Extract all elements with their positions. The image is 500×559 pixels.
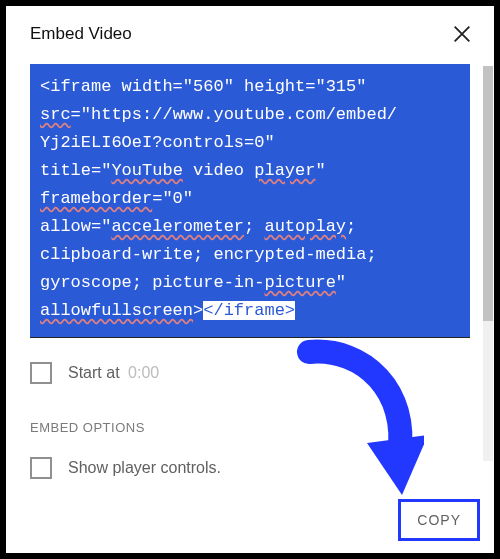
modal-title: Embed Video: [30, 24, 132, 44]
show-controls-checkbox[interactable]: [30, 457, 52, 479]
embed-options-title: EMBED OPTIONS: [30, 394, 470, 441]
embed-code-textarea[interactable]: <iframe width="560" height="315" src="ht…: [30, 64, 470, 338]
show-controls-row: Show player controls.: [30, 441, 470, 489]
start-at-checkbox[interactable]: [30, 362, 52, 384]
close-button[interactable]: [450, 22, 474, 46]
copy-button[interactable]: COPY: [398, 499, 480, 541]
scrollbar-thumb[interactable]: [483, 66, 493, 321]
start-at-label: Start at 0:00: [68, 364, 159, 382]
embed-video-modal: Embed Video <iframe width="560" height="…: [6, 6, 494, 553]
show-controls-label: Show player controls.: [68, 459, 221, 477]
modal-footer: COPY: [6, 491, 494, 553]
modal-header: Embed Video: [6, 6, 494, 56]
scrollbar[interactable]: [483, 66, 493, 461]
start-at-time: 0:00: [128, 364, 159, 381]
close-icon: [451, 23, 473, 45]
start-at-row: Start at 0:00: [30, 338, 470, 394]
modal-body: <iframe width="560" height="315" src="ht…: [6, 56, 494, 491]
